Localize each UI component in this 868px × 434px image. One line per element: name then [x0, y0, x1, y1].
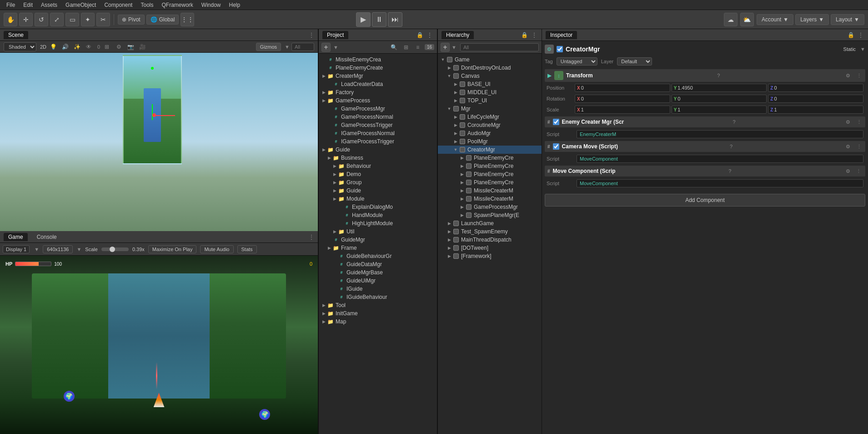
camera-move-more-btn[interactable]: ⋮ — [855, 143, 863, 150]
tree-expand-arrow[interactable]: ▶ — [459, 180, 465, 185]
cloud-button[interactable]: ⛅ — [740, 13, 754, 26]
tree-expand-arrow[interactable]: ▶ — [446, 221, 452, 226]
menu-window[interactable]: Window — [198, 1, 225, 9]
hierarchy-item-game[interactable]: ▼Game — [438, 56, 542, 64]
hierarchy-item-launchgame[interactable]: ▶LaunchGame — [438, 219, 542, 227]
transform-settings-btn[interactable]: ⚙ — [844, 72, 852, 79]
hierarchy-item-middle_ui[interactable]: ▶MIDDLE_UI — [438, 88, 542, 96]
all-input[interactable] — [291, 43, 314, 51]
hand-tool[interactable]: ✋ — [4, 13, 17, 26]
project-item-demo[interactable]: ▶📁Demo — [319, 170, 437, 178]
menu-tools[interactable]: Tools — [137, 1, 157, 9]
enemy-creater-info-btn[interactable]: ? — [731, 118, 738, 126]
project-lock-btn[interactable]: 🔒 — [416, 31, 423, 39]
project-item-planeenemycreate[interactable]: #PlaneEnemyCreate — [319, 64, 437, 72]
hierarchy-more-btn[interactable]: ⋮ — [531, 31, 538, 39]
hierarchy-item-planeenemycre4[interactable]: ▶PlaneEnemyCre — [438, 178, 542, 187]
play-button[interactable]: ▶ — [356, 12, 371, 27]
tab-scene[interactable]: Scene — [4, 31, 28, 39]
project-filter-btn[interactable]: ≡ — [413, 42, 423, 52]
layers-dropdown[interactable]: Layers ▼ — [795, 14, 829, 25]
project-item-highlightmodule[interactable]: #HighLightModule — [319, 219, 437, 227]
project-item-guide[interactable]: ▶📁Guide — [319, 146, 437, 154]
layer-select[interactable]: Default — [617, 57, 652, 66]
camera-move-info-btn[interactable]: ? — [728, 143, 735, 150]
menu-assets[interactable]: Assets — [37, 1, 61, 9]
tag-select[interactable]: Untagged — [557, 57, 597, 66]
hierarchy-item-planeenemycre2[interactable]: ▶PlaneEnemyCre — [438, 162, 542, 170]
tree-expand-arrow[interactable]: ▼ — [446, 74, 452, 78]
enemy-creater-checkbox[interactable] — [553, 119, 559, 125]
project-item-initgame[interactable]: ▶📁InitGame — [319, 309, 437, 318]
hierarchy-item-poolmgr[interactable]: ▶PoolMgr — [438, 137, 542, 146]
hierarchy-item-canvas[interactable]: ▼Canvas — [438, 72, 542, 80]
move-component-more-btn[interactable]: ⋮ — [855, 167, 863, 175]
project-item-guidedatamgr[interactable]: #GuideDataMgr — [319, 260, 437, 268]
hierarchy-item-dotween[interactable]: ▶[DOTween] — [438, 244, 542, 252]
account-dropdown[interactable]: Account ▼ — [757, 14, 793, 25]
project-item-guidemgrbase[interactable]: #GuideMgrBase — [319, 268, 437, 277]
hierarchy-item-top_ui[interactable]: ▶TOP_UI — [438, 96, 542, 105]
game-content[interactable]: HP 100 0 🌍 🌍 — [0, 256, 318, 434]
hierarchy-item-lifecyclemgr[interactable]: ▶LifeCycleMgr — [438, 113, 542, 121]
project-item-guidemgr[interactable]: #GuideMgr — [319, 236, 437, 244]
project-search-btn[interactable]: 🔍 — [389, 42, 399, 52]
tree-expand-arrow[interactable]: ▼ — [440, 57, 446, 62]
project-item-frame[interactable]: ▶📁Frame — [319, 244, 437, 252]
hierarchy-item-missilecreatorm1[interactable]: ▶MissileCreaterM — [438, 187, 542, 195]
menu-gameobject[interactable]: GameObject — [62, 1, 100, 9]
tree-expand-arrow[interactable]: ▶ — [459, 164, 465, 168]
inspector-more-btn[interactable]: ⋮ — [857, 31, 864, 39]
project-item-guide2[interactable]: ▶📁Guide — [319, 187, 437, 195]
transform-more-btn[interactable]: ⋮ — [855, 72, 863, 79]
hierarchy-item-gameprocessmgr_h[interactable]: ▶GameProcessMgr — [438, 203, 542, 211]
snap-tool[interactable]: ⋮⋮ — [181, 13, 194, 26]
move-component-settings-btn[interactable]: ⚙ — [844, 167, 852, 175]
project-item-iguide[interactable]: #IGuide — [319, 285, 437, 293]
transform-component-header[interactable]: ▶ ↕ Transform ? ⚙ ⋮ — [545, 69, 865, 82]
scene-tools-btn[interactable]: ⚙ — [114, 42, 124, 52]
render-mode-btn[interactable]: 📷 — [125, 42, 135, 52]
camera-btn[interactable]: 🎥 — [137, 42, 147, 52]
camera-move-settings-btn[interactable]: ⚙ — [844, 143, 852, 150]
tree-expand-arrow[interactable]: ▶ — [452, 115, 459, 119]
hierarchy-item-audiomgr[interactable]: ▶AudioMgr — [438, 129, 542, 137]
position-y-field[interactable]: Y 1.4950 — [672, 84, 767, 92]
step-button[interactable]: ⏭ — [388, 12, 402, 27]
tab-inspector[interactable]: Inspector — [546, 31, 577, 39]
tab-console[interactable]: Console — [32, 233, 61, 241]
hierarchy-item-planeenemycre3[interactable]: ▶PlaneEnemyCre — [438, 170, 542, 178]
tree-expand-arrow[interactable]: ▶ — [452, 82, 459, 86]
scale-y-field[interactable]: Y 1 — [672, 106, 767, 114]
lighting-btn[interactable]: 💡 — [48, 42, 58, 52]
hierarchy-item-mainthreaddispatch[interactable]: ▶MainThreadDispatch — [438, 236, 542, 244]
project-item-business[interactable]: ▶📁Business — [319, 154, 437, 162]
custom-tool[interactable]: ✂ — [96, 13, 110, 26]
hierarchy-add-btn[interactable]: + — [441, 43, 450, 52]
project-add-btn[interactable]: + — [321, 43, 331, 52]
scene-content[interactable] — [0, 53, 318, 231]
tree-expand-arrow[interactable]: ▶ — [452, 139, 459, 144]
stats-btn[interactable]: Stats — [237, 245, 257, 253]
scale-tool[interactable]: ⤢ — [50, 13, 64, 26]
scene-view-btn[interactable]: 👁 — [84, 42, 94, 52]
menu-qframework[interactable]: QFramework — [158, 1, 196, 9]
static-chevron[interactable]: ▼ — [860, 46, 865, 52]
hierarchy-item-coroutinemgr[interactable]: ▶CoroutineMgr — [438, 121, 542, 129]
project-item-gameprocess[interactable]: ▶📁GameProcess — [319, 96, 437, 105]
menu-help[interactable]: Help — [226, 1, 244, 9]
grid-btn[interactable]: ⊞ — [102, 42, 112, 52]
tree-expand-arrow[interactable]: ▶ — [459, 156, 465, 160]
tree-expand-arrow[interactable]: ▼ — [452, 147, 459, 152]
game-more-btn[interactable]: ⋮ — [309, 234, 314, 240]
object-active-checkbox[interactable] — [557, 46, 563, 52]
rotate-tool[interactable]: ↺ — [35, 13, 48, 26]
hierarchy-item-dontdestroyonload[interactable]: ▶DontDestroyOnLoad — [438, 64, 542, 72]
rect-tool[interactable]: ▭ — [65, 13, 79, 26]
project-item-explaindialogmod[interactable]: #ExplainDialogMo — [319, 203, 437, 211]
enemy-creater-settings-btn[interactable]: ⚙ — [844, 118, 852, 126]
project-col-btn[interactable]: ⊞ — [401, 42, 411, 52]
maximize-on-play-btn[interactable]: Maximize On Play — [148, 245, 197, 253]
hierarchy-item-creatormgr_h[interactable]: ▼CreatorMgr — [438, 146, 542, 154]
position-z-field[interactable]: Z 0 — [768, 84, 863, 92]
